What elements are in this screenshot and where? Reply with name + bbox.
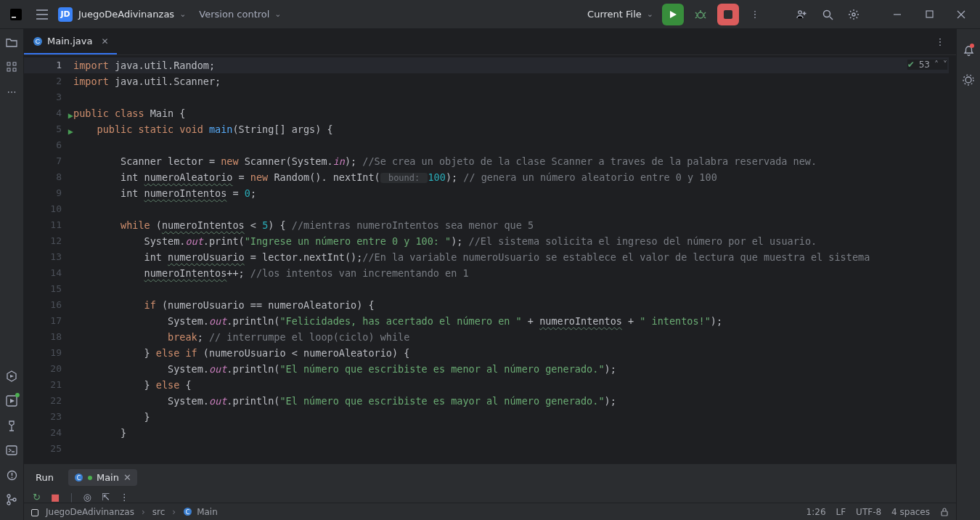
rerun-icon[interactable]: ↻ [33,492,41,503]
line-gutter: 1234▶5▶678910111213141516171819202122232… [24,55,73,463]
problems-tool-icon[interactable] [3,466,20,484]
ai-assistant-icon[interactable] [960,71,977,89]
debug-button[interactable] [690,4,711,25]
svg-point-15 [11,476,12,478]
stop-icon[interactable]: ■ [51,492,60,503]
stop-button[interactable] [717,4,739,25]
project-badge: JD [58,7,73,22]
editor-tabs: C Main.java ✕ ⋮ [24,29,956,55]
more-tools-icon[interactable]: ⋯ [3,83,20,100]
svg-rect-10 [7,68,10,71]
tab-list-icon[interactable]: ⋮ [930,32,950,52]
window-maximize-button[interactable] [916,4,942,25]
version-control-dropdown[interactable]: Version control [199,9,281,20]
tab-close-icon[interactable]: ✕ [101,36,108,46]
inspections-check-icon: ✔ [907,60,915,70]
inspections-widget[interactable]: ✔ 53 ˄ ˅ [907,60,947,70]
editor-area[interactable]: 1234▶5▶678910111213141516171819202122232… [24,55,956,463]
svg-point-17 [7,502,10,505]
project-name-dropdown[interactable]: JuegoDeAdivinanzas [78,9,186,20]
svg-point-27 [963,75,973,85]
svg-rect-0 [10,9,22,20]
module-icon [31,509,38,516]
left-tool-rail: ⋯ [0,29,24,520]
tab-file-name: Main.java [47,36,92,46]
svg-rect-11 [13,68,16,71]
code-with-me-icon[interactable] [791,4,812,25]
svg-point-4 [799,10,801,13]
main-menu-icon[interactable] [32,4,52,25]
svg-rect-1 [12,17,16,18]
svg-text:C: C [77,475,81,482]
run-tab-main[interactable]: C Main ✕ [68,469,137,486]
ide-logo[interactable] [6,4,26,25]
run-tool-window-header: Run C Main ✕ [24,463,956,491]
svg-rect-25 [942,511,947,516]
settings-icon[interactable] [844,4,864,25]
file-encoding[interactable]: UTF-8 [856,507,881,517]
window-minimize-button[interactable] [884,4,910,25]
error-stripe[interactable] [949,55,956,463]
svg-point-6 [852,13,855,16]
more-actions-icon[interactable]: ⋮ [745,4,765,25]
run-button[interactable] [662,4,684,25]
search-icon[interactable] [817,4,838,25]
title-bar: JD JuegoDeAdivinanzas Version control Cu… [0,0,980,29]
java-class-icon: C [33,36,43,46]
structure-tool-icon[interactable] [3,58,20,76]
window-close-button[interactable] [948,4,974,25]
run-tab-close-icon[interactable]: ✕ [123,472,131,483]
tab-main-java[interactable]: C Main.java ✕ [24,29,117,54]
code-content[interactable]: import java.util.Random;import java.util… [73,55,956,463]
svg-point-2 [698,12,703,18]
export-icon[interactable]: ⇱ [102,492,110,503]
run-tool-window-toolbar: ↻ ■ | ◎ ⇱ ⋮ [24,491,956,503]
svg-point-16 [7,495,10,497]
run-tool-label[interactable]: Run [30,469,60,486]
run-tab-name: Main [97,472,119,483]
svg-text:C: C [36,38,41,45]
svg-point-5 [824,10,830,17]
run-config-dropdown[interactable]: Current File [587,9,653,20]
caret-position[interactable]: 1:26 [807,507,826,517]
notifications-icon[interactable] [960,42,977,60]
terminal-tool-icon[interactable] [3,442,20,459]
project-tool-icon[interactable] [3,33,20,51]
services-tool-icon[interactable] [3,367,20,385]
svg-rect-8 [7,62,10,65]
crumb-class[interactable]: Main [197,507,218,517]
line-separator[interactable]: LF [836,507,846,517]
svg-rect-7 [926,11,933,17]
screenshot-icon[interactable]: ◎ [83,492,91,503]
run-tool-icon[interactable] [3,392,20,410]
status-bar: JuegoDeAdivinanzas src C Main 1:26 LF UT… [24,503,956,520]
svg-point-18 [13,498,16,501]
svg-rect-3 [724,10,732,19]
indent-setting[interactable]: 4 spaces [891,507,930,517]
svg-text:C: C [186,509,190,516]
java-class-icon: C [74,473,83,482]
build-tool-icon[interactable] [3,417,20,434]
crumb-folder[interactable]: src [152,507,166,517]
crumb-root[interactable]: JuegoDeAdivinanzas [46,507,134,517]
running-indicator-icon [88,476,92,480]
readonly-lock-icon[interactable] [940,507,949,516]
inspections-count: 53 [919,60,930,70]
chevron-down-icon[interactable]: ˅ [943,60,947,70]
chevron-up-icon[interactable]: ˄ [934,60,939,70]
right-tool-rail [956,29,980,520]
java-class-icon: C [183,507,192,516]
svg-rect-9 [13,62,16,65]
vcs-tool-icon[interactable] [3,491,20,508]
more-run-actions-icon[interactable]: ⋮ [120,492,129,503]
svg-point-26 [965,77,971,83]
